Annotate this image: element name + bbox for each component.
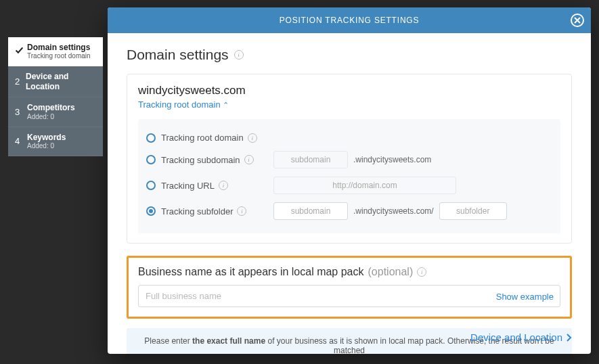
info-icon[interactable]: i <box>244 155 254 164</box>
radio-root-label[interactable]: Tracking root domain i <box>161 133 268 143</box>
next-button[interactable]: Device and Location <box>470 332 572 343</box>
show-example-link[interactable]: Show example <box>496 291 554 301</box>
close-icon[interactable] <box>571 14 584 27</box>
chevron-right-icon <box>567 334 572 342</box>
business-name-section: Business name as it appears in local map… <box>127 256 572 319</box>
radio-subdomain-label[interactable]: Tracking subdomain i <box>161 155 268 165</box>
next-button-label: Device and Location <box>470 332 562 343</box>
info-icon[interactable]: i <box>417 267 426 277</box>
sidebar-step-num: 2 <box>15 76 26 87</box>
hint-prefix: Please enter <box>144 336 192 346</box>
info-icon[interactable]: i <box>237 206 246 216</box>
settings-modal: POSITION TRACKING SETTINGS Domain settin… <box>108 7 591 354</box>
info-icon[interactable]: i <box>234 50 244 60</box>
radio-url-label[interactable]: Tracking URL i <box>161 181 268 191</box>
sidebar-step-device[interactable]: 2 Device and Location <box>8 66 103 97</box>
domain-name: windycitysweets.com <box>138 84 560 97</box>
sidebar-step-title: Competitors <box>27 103 75 112</box>
modal-title: POSITION TRACKING SETTINGS <box>280 16 420 25</box>
sidebar-step-title: Keywords <box>27 133 66 142</box>
subfolder-suffix: .windycitysweets.com/ <box>353 206 434 216</box>
subdomain-suffix: .windycitysweets.com <box>353 155 431 164</box>
info-icon[interactable]: i <box>219 181 228 190</box>
modal-body: Domain settings i windycitysweets.com Tr… <box>108 33 591 354</box>
radio-root[interactable] <box>146 133 156 143</box>
tracking-url-row: Tracking URL i <box>146 173 552 198</box>
subdomain-input <box>273 151 348 168</box>
section-heading-text: Domain settings <box>127 47 229 63</box>
sidebar-step-sub: Tracking root domain <box>27 52 91 60</box>
sidebar-step-num: 4 <box>15 136 27 146</box>
tracking-subfolder-row: Tracking subfolder i .windycitysweets.co… <box>146 198 552 224</box>
radio-subfolder-label[interactable]: Tracking subfolder i <box>161 206 268 217</box>
subfolder-input[interactable] <box>439 202 507 220</box>
domain-card: windycitysweets.com Tracking root domain… <box>127 74 572 244</box>
subfolder-subdomain-input[interactable] <box>273 202 348 220</box>
sidebar-step-keywords[interactable]: 4 Keywords Added: 0 <box>8 127 103 156</box>
business-name-label: Business name as it appears in local map… <box>138 266 560 278</box>
check-icon <box>15 46 27 57</box>
sidebar-step-domain[interactable]: Domain settings Tracking root domain <box>8 37 103 66</box>
info-icon[interactable]: i <box>248 133 257 143</box>
business-optional-text: (optional) <box>368 266 414 278</box>
sidebar-step-sub: Added: 0 <box>27 113 75 121</box>
sidebar-step-title: Domain settings <box>27 43 91 52</box>
tracking-subdomain-row: Tracking subdomain i .windycitysweets.co… <box>146 147 552 173</box>
hint-bold: the exact full name <box>192 336 265 346</box>
radio-subdomain[interactable] <box>146 155 156 164</box>
modal-header: POSITION TRACKING SETTINGS <box>108 7 591 33</box>
url-input <box>273 177 456 194</box>
tracking-options: Tracking root domain i Tracking subdomai… <box>138 119 560 233</box>
domain-toggle[interactable]: Tracking root domain <box>138 99 560 110</box>
wizard-sidebar: Domain settings Tracking root domain 2 D… <box>8 37 103 156</box>
tracking-root-row: Tracking root domain i <box>146 129 552 147</box>
business-input-wrap: Show example <box>138 285 560 307</box>
sidebar-step-competitors[interactable]: 3 Competitors Added: 0 <box>8 97 103 127</box>
radio-url[interactable] <box>146 181 156 190</box>
sidebar-step-num: 3 <box>15 107 27 117</box>
section-heading: Domain settings i <box>127 47 572 63</box>
sidebar-step-sub: Added: 0 <box>27 142 66 150</box>
sidebar-step-title: Device and Location <box>26 72 96 91</box>
radio-subfolder[interactable] <box>146 206 156 216</box>
